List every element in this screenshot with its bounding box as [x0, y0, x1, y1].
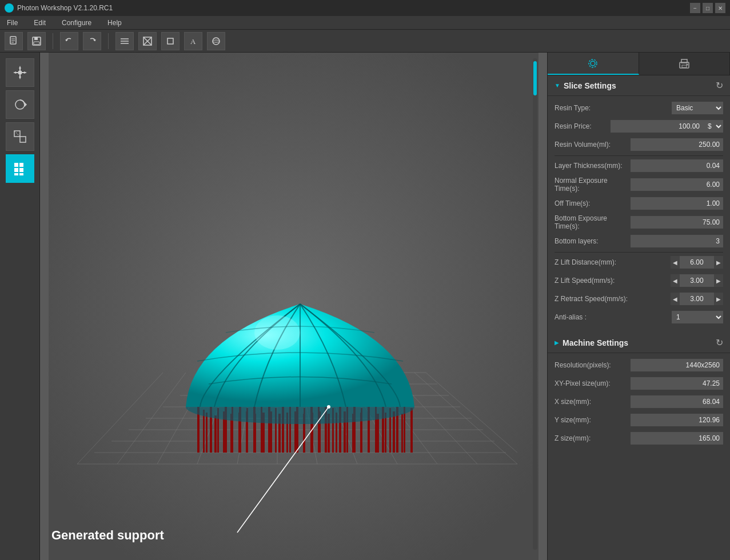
right-panel: ▼ Slice Settings ↻ Resin Type: Basic ABS… — [547, 53, 730, 560]
slice-settings-refresh[interactable]: ↻ — [716, 80, 723, 91]
scale-tool-button[interactable] — [6, 122, 34, 151]
move-tool-button[interactable] — [6, 58, 34, 87]
svg-marker-22 — [19, 77, 21, 79]
svg-rect-25 — [18, 71, 22, 74]
grid-tool-button[interactable] — [6, 154, 34, 183]
svg-marker-23 — [13, 71, 16, 74]
normal-exposure-input[interactable] — [631, 178, 723, 191]
bottom-layers-input[interactable] — [631, 235, 723, 247]
panel-tab-bar — [548, 53, 730, 75]
normal-exposure-row: Normal Exposure Time(s): — [555, 177, 723, 193]
z-lift-distance-decrease[interactable]: ◀ — [671, 256, 680, 269]
bottom-layers-row: Bottom layers: — [555, 234, 723, 249]
xy-pixel-label: XY-Pixel size(um): — [555, 379, 631, 387]
layer-thickness-label: Layer Thickness(mm): — [555, 162, 631, 170]
resin-price-unit-select[interactable]: $ € — [703, 120, 723, 133]
resin-volume-row: Resin Volume(ml): — [555, 137, 723, 152]
z-size-row: Z size(mm): — [555, 431, 723, 446]
toolbar-separator-1 — [53, 33, 53, 49]
machine-settings-arrow: ▶ — [555, 339, 559, 346]
xy-pixel-input[interactable] — [631, 377, 723, 390]
rotate-tool-button[interactable] — [6, 90, 34, 119]
z-retract-speed-increase[interactable]: ▶ — [714, 293, 723, 305]
main-area: Generated support ▼ — [0, 53, 730, 560]
resolution-input[interactable] — [631, 359, 723, 371]
title-bar: Photon Workshop V2.1.20.RC1 − □ ✕ — [0, 0, 730, 16]
svg-rect-116 — [393, 411, 395, 453]
shape-button[interactable] — [161, 32, 179, 50]
menu-file[interactable]: File — [3, 18, 21, 28]
redo-button[interactable] — [83, 32, 101, 50]
z-retract-speed-decrease[interactable]: ◀ — [671, 293, 680, 305]
svg-rect-122 — [533, 58, 537, 550]
left-sidebar — [0, 53, 40, 560]
anti-alias-select[interactable]: 1 2 4 8 — [672, 311, 723, 323]
machine-settings-header[interactable]: ▶ Machine Settings ↻ — [548, 333, 730, 353]
resin-volume-input[interactable] — [631, 138, 723, 151]
z-lift-speed-control: ◀ 3.00 ▶ — [671, 274, 723, 287]
view-layers-button[interactable] — [115, 32, 134, 50]
svg-point-124 — [591, 61, 595, 66]
z-lift-speed-increase[interactable]: ▶ — [714, 274, 723, 287]
sphere-button[interactable] — [207, 32, 225, 50]
menu-help[interactable]: Help — [104, 18, 125, 28]
svg-rect-92 — [410, 408, 413, 453]
svg-point-119 — [254, 315, 300, 350]
slice-settings-header[interactable]: ▼ Slice Settings ↻ — [548, 75, 730, 96]
svg-point-121 — [327, 405, 330, 409]
z-retract-speed-row: Z Retract Speed(mm/s): ◀ 3.00 ▶ — [555, 291, 723, 306]
resin-price-group: $ € — [611, 120, 723, 133]
z-lift-distance-increase[interactable]: ▶ — [714, 256, 723, 269]
slice-settings-title: Slice Settings — [564, 81, 716, 90]
anti-alias-row: Anti-alias : 1 2 4 8 — [555, 310, 723, 325]
z-lift-speed-decrease[interactable]: ◀ — [671, 274, 680, 287]
new-button[interactable] — [5, 32, 23, 50]
toolbar: A — [0, 30, 730, 53]
machine-settings-refresh[interactable]: ↻ — [716, 337, 723, 348]
app-title: Photon Workshop V2.1.20.RC1 — [17, 4, 690, 12]
minimize-button[interactable]: − — [690, 3, 700, 13]
svg-marker-27 — [25, 102, 27, 107]
bottom-exposure-input[interactable] — [631, 216, 723, 229]
off-time-label: Off Time(s): — [555, 199, 631, 207]
svg-rect-15 — [167, 38, 173, 44]
close-button[interactable]: ✕ — [715, 3, 725, 13]
machine-tab[interactable] — [639, 53, 731, 75]
svg-rect-123 — [533, 61, 537, 95]
z-size-label: Z size(mm): — [555, 434, 631, 442]
anti-alias-label: Anti-alias : — [555, 313, 672, 321]
x-size-input[interactable] — [631, 395, 723, 408]
x-size-row: X size(mm): — [555, 394, 723, 409]
resin-price-label: Resin Price: — [555, 122, 611, 130]
z-lift-distance-row: Z Lift Distance(mm): ◀ 6.00 ▶ — [555, 255, 723, 270]
slice-settings-tab[interactable] — [548, 53, 639, 75]
save-button[interactable] — [27, 32, 46, 50]
z-size-input[interactable] — [631, 432, 723, 445]
svg-rect-5 — [34, 37, 38, 40]
layer-thickness-row: Layer Thickness(mm): — [555, 158, 723, 173]
app-icon — [5, 3, 14, 13]
y-size-input[interactable] — [631, 414, 723, 426]
divider-1 — [555, 155, 723, 156]
resin-type-select[interactable]: Basic ABS-Like Flexible — [672, 102, 723, 114]
layer-thickness-input[interactable] — [631, 159, 723, 172]
z-lift-distance-label: Z Lift Distance(mm): — [555, 258, 671, 266]
svg-rect-33 — [14, 168, 18, 172]
resin-price-input[interactable] — [611, 120, 703, 133]
text-button[interactable]: A — [184, 32, 202, 50]
svg-point-17 — [213, 38, 220, 45]
window-controls: − □ ✕ — [690, 3, 725, 13]
undo-button[interactable] — [60, 32, 78, 50]
z-lift-speed-label: Z Lift Speed(mm/s): — [555, 277, 671, 285]
z-retract-speed-label: Z Retract Speed(mm/s): — [555, 295, 671, 303]
menu-bar: File Edit Configure Help — [0, 16, 730, 30]
menu-configure[interactable]: Configure — [58, 18, 95, 28]
z-lift-speed-value: 3.00 — [680, 275, 714, 286]
off-time-input[interactable] — [631, 197, 723, 210]
menu-edit[interactable]: Edit — [30, 18, 49, 28]
3d-viewport[interactable]: Generated support — [40, 53, 547, 560]
restore-button[interactable]: □ — [703, 3, 713, 13]
slice-settings-arrow: ▼ — [555, 82, 560, 89]
slice-button[interactable] — [138, 32, 157, 50]
settings-icon — [587, 57, 599, 70]
